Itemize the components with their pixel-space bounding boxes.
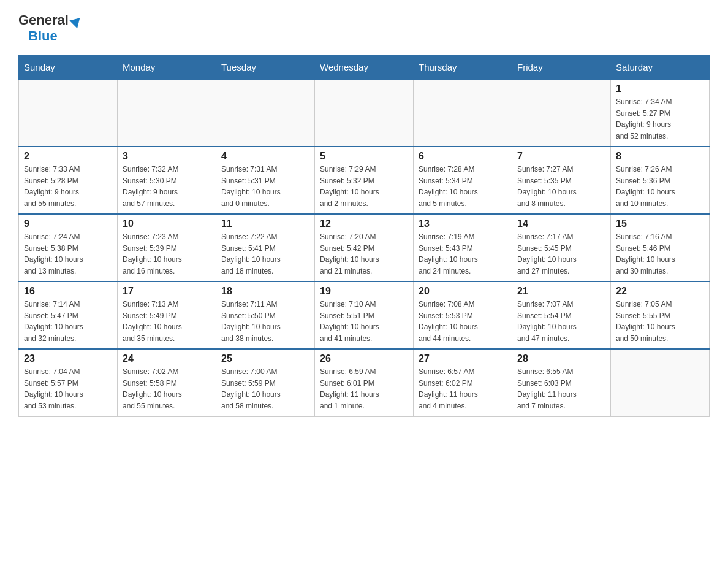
day-cell: 22Sunrise: 7:05 AMSunset: 5:55 PMDayligh… [611, 282, 710, 349]
weekday-header-monday: Monday [118, 56, 216, 80]
day-cell: 20Sunrise: 7:08 AMSunset: 5:53 PMDayligh… [414, 282, 512, 349]
week-row-2: 2Sunrise: 7:33 AMSunset: 5:28 PMDaylight… [19, 147, 710, 214]
day-info: Sunrise: 7:00 AMSunset: 5:59 PMDaylight:… [221, 366, 309, 412]
day-number: 8 [616, 151, 704, 162]
day-number: 17 [123, 286, 211, 297]
day-cell [414, 79, 512, 147]
weekday-header-sunday: Sunday [19, 56, 118, 80]
day-info: Sunrise: 7:16 AMSunset: 5:46 PMDaylight:… [616, 231, 704, 277]
weekday-header-row: SundayMondayTuesdayWednesdayThursdayFrid… [19, 56, 710, 80]
day-info: Sunrise: 7:17 AMSunset: 5:45 PMDaylight:… [517, 231, 605, 277]
day-number: 7 [517, 151, 605, 162]
day-number: 15 [616, 218, 704, 229]
day-cell: 11Sunrise: 7:22 AMSunset: 5:41 PMDayligh… [216, 214, 315, 282]
day-cell [315, 79, 414, 147]
day-info: Sunrise: 7:13 AMSunset: 5:49 PMDaylight:… [123, 299, 211, 344]
logo-general-text: General [18, 12, 82, 28]
day-number: 27 [419, 353, 507, 364]
day-number: 13 [419, 218, 507, 229]
day-cell: 19Sunrise: 7:10 AMSunset: 5:51 PMDayligh… [315, 282, 414, 349]
day-cell: 8Sunrise: 7:26 AMSunset: 5:36 PMDaylight… [611, 147, 710, 214]
logo-blue-text: Blue [28, 28, 58, 44]
week-row-4: 16Sunrise: 7:14 AMSunset: 5:47 PMDayligh… [19, 282, 710, 349]
day-info: Sunrise: 7:33 AMSunset: 5:28 PMDaylight:… [24, 164, 112, 209]
day-info: Sunrise: 7:14 AMSunset: 5:47 PMDaylight:… [24, 299, 112, 344]
day-info: Sunrise: 6:55 AMSunset: 6:03 PMDaylight:… [517, 366, 605, 412]
day-info: Sunrise: 7:24 AMSunset: 5:38 PMDaylight:… [24, 231, 112, 277]
day-cell: 5Sunrise: 7:29 AMSunset: 5:32 PMDaylight… [315, 147, 414, 214]
day-cell: 27Sunrise: 6:57 AMSunset: 6:02 PMDayligh… [414, 349, 512, 416]
weekday-header-tuesday: Tuesday [216, 56, 315, 80]
day-info: Sunrise: 7:02 AMSunset: 5:58 PMDaylight:… [123, 366, 211, 412]
day-number: 20 [419, 286, 507, 297]
day-number: 19 [320, 286, 408, 297]
day-number: 16 [24, 286, 112, 297]
day-cell: 21Sunrise: 7:07 AMSunset: 5:54 PMDayligh… [512, 282, 611, 349]
day-info: Sunrise: 7:11 AMSunset: 5:50 PMDaylight:… [221, 299, 309, 344]
day-number: 2 [24, 151, 112, 162]
day-cell [611, 349, 710, 416]
day-cell: 23Sunrise: 7:04 AMSunset: 5:57 PMDayligh… [19, 349, 118, 416]
day-info: Sunrise: 7:07 AMSunset: 5:54 PMDaylight:… [517, 299, 605, 344]
day-number: 12 [320, 218, 408, 229]
day-number: 6 [419, 151, 507, 162]
day-number: 3 [123, 151, 211, 162]
day-cell: 18Sunrise: 7:11 AMSunset: 5:50 PMDayligh… [216, 282, 315, 349]
day-cell: 15Sunrise: 7:16 AMSunset: 5:46 PMDayligh… [611, 214, 710, 282]
logo: General Blue [18, 12, 82, 44]
day-info: Sunrise: 7:10 AMSunset: 5:51 PMDaylight:… [320, 299, 408, 344]
day-cell: 3Sunrise: 7:32 AMSunset: 5:30 PMDaylight… [118, 147, 216, 214]
logo-arrow-icon [69, 14, 83, 28]
day-cell: 28Sunrise: 6:55 AMSunset: 6:03 PMDayligh… [512, 349, 611, 416]
day-cell: 7Sunrise: 7:27 AMSunset: 5:35 PMDaylight… [512, 147, 611, 214]
weekday-header-wednesday: Wednesday [315, 56, 414, 80]
day-cell: 2Sunrise: 7:33 AMSunset: 5:28 PMDaylight… [19, 147, 118, 214]
day-info: Sunrise: 7:29 AMSunset: 5:32 PMDaylight:… [320, 164, 408, 209]
day-number: 1 [616, 83, 704, 94]
day-number: 25 [221, 353, 309, 364]
calendar-table: SundayMondayTuesdayWednesdayThursdayFrid… [18, 55, 710, 417]
day-cell: 1Sunrise: 7:34 AMSunset: 5:27 PMDaylight… [611, 79, 710, 147]
day-number: 24 [123, 353, 211, 364]
day-cell: 25Sunrise: 7:00 AMSunset: 5:59 PMDayligh… [216, 349, 315, 416]
day-info: Sunrise: 7:28 AMSunset: 5:34 PMDaylight:… [419, 164, 507, 209]
day-cell: 14Sunrise: 7:17 AMSunset: 5:45 PMDayligh… [512, 214, 611, 282]
day-info: Sunrise: 7:34 AMSunset: 5:27 PMDaylight:… [616, 96, 704, 142]
day-cell: 9Sunrise: 7:24 AMSunset: 5:38 PMDaylight… [19, 214, 118, 282]
day-cell: 4Sunrise: 7:31 AMSunset: 5:31 PMDaylight… [216, 147, 315, 214]
day-number: 5 [320, 151, 408, 162]
day-number: 21 [517, 286, 605, 297]
day-number: 14 [517, 218, 605, 229]
day-cell [216, 79, 315, 147]
day-number: 9 [24, 218, 112, 229]
day-cell: 17Sunrise: 7:13 AMSunset: 5:49 PMDayligh… [118, 282, 216, 349]
day-info: Sunrise: 7:32 AMSunset: 5:30 PMDaylight:… [123, 164, 211, 209]
day-number: 18 [221, 286, 309, 297]
day-number: 23 [24, 353, 112, 364]
day-number: 28 [517, 353, 605, 364]
week-row-1: 1Sunrise: 7:34 AMSunset: 5:27 PMDaylight… [19, 79, 710, 147]
day-info: Sunrise: 7:23 AMSunset: 5:39 PMDaylight:… [123, 231, 211, 277]
day-number: 10 [123, 218, 211, 229]
weekday-header-thursday: Thursday [414, 56, 512, 80]
day-cell: 13Sunrise: 7:19 AMSunset: 5:43 PMDayligh… [414, 214, 512, 282]
day-cell [19, 79, 118, 147]
day-number: 22 [616, 286, 704, 297]
day-info: Sunrise: 7:22 AMSunset: 5:41 PMDaylight:… [221, 231, 309, 277]
day-info: Sunrise: 7:08 AMSunset: 5:53 PMDaylight:… [419, 299, 507, 344]
day-number: 11 [221, 218, 309, 229]
weekday-header-saturday: Saturday [611, 56, 710, 80]
day-info: Sunrise: 6:59 AMSunset: 6:01 PMDaylight:… [320, 366, 408, 412]
day-number: 4 [221, 151, 309, 162]
day-cell: 12Sunrise: 7:20 AMSunset: 5:42 PMDayligh… [315, 214, 414, 282]
day-info: Sunrise: 7:05 AMSunset: 5:55 PMDaylight:… [616, 299, 704, 344]
day-cell [118, 79, 216, 147]
day-info: Sunrise: 7:26 AMSunset: 5:36 PMDaylight:… [616, 164, 704, 209]
week-row-3: 9Sunrise: 7:24 AMSunset: 5:38 PMDaylight… [19, 214, 710, 282]
day-info: Sunrise: 7:27 AMSunset: 5:35 PMDaylight:… [517, 164, 605, 209]
weekday-header-friday: Friday [512, 56, 611, 80]
day-info: Sunrise: 7:31 AMSunset: 5:31 PMDaylight:… [221, 164, 309, 209]
day-info: Sunrise: 6:57 AMSunset: 6:02 PMDaylight:… [419, 366, 507, 412]
day-number: 26 [320, 353, 408, 364]
day-cell: 6Sunrise: 7:28 AMSunset: 5:34 PMDaylight… [414, 147, 512, 214]
